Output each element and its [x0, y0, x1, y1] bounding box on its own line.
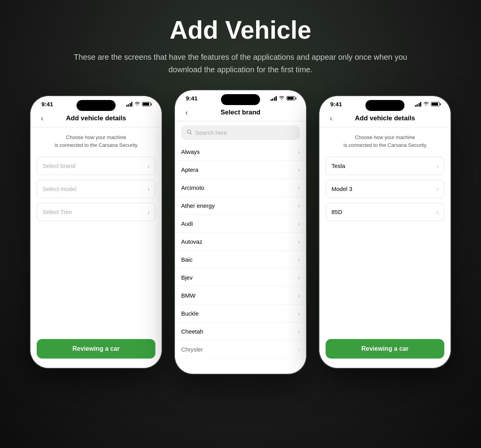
wifi-icon-1	[134, 101, 140, 107]
battery-icon-1	[142, 102, 151, 106]
chevron-bmw: ›	[298, 293, 300, 299]
vehicle-description-1: Choose how your machine is connected to …	[30, 127, 162, 157]
chevron-always: ›	[298, 149, 300, 155]
review-button-3[interactable]: Reviewing a car	[326, 339, 444, 359]
status-bar-3: 9:41	[319, 96, 451, 110]
screen-2: Search here Always › Aptera › Arcimoto ›	[175, 121, 306, 374]
brand-item-arcimoto[interactable]: Arcimoto ›	[175, 179, 306, 197]
brand-item-cheetah[interactable]: Cheetah ›	[175, 323, 306, 341]
wifi-icon-3	[423, 101, 429, 107]
phone-3: 9:41	[319, 95, 451, 369]
back-button-2[interactable]: ‹	[181, 107, 192, 118]
chevron-model-1: ›	[148, 186, 150, 192]
select-brand-text-1: Select brand	[43, 162, 75, 169]
brand-item-always[interactable]: Always ›	[175, 143, 306, 161]
chevron-buckle: ›	[298, 311, 300, 317]
select-trim-row-3[interactable]: 85D ›	[326, 203, 444, 221]
chevron-chrysler: ›	[298, 346, 300, 353]
time-3: 9:41	[330, 101, 342, 107]
brand-list: Always › Aptera › Arcimoto › Ather energ…	[175, 143, 306, 374]
signal-icon-3	[415, 102, 422, 107]
search-bar[interactable]: Search here	[181, 125, 300, 140]
select-model-row-3[interactable]: Model 3 ›	[326, 180, 444, 198]
nav-title-2: Select brand	[192, 109, 289, 116]
chevron-brand-3: ›	[436, 163, 438, 169]
chevron-trim-1: ›	[148, 209, 150, 215]
chevron-arcimoto: ›	[298, 185, 300, 191]
nav-title-1: Add vehicle details	[48, 114, 144, 122]
battery-icon-2	[287, 96, 295, 100]
brand-item-buckle[interactable]: Buckle ›	[175, 305, 306, 323]
vehicle-description-3: Choose how your machine is connected to …	[319, 127, 451, 157]
chevron-cheetah: ›	[298, 328, 300, 335]
select-brand-row-3[interactable]: Tesla ›	[326, 157, 444, 175]
time-2: 9:41	[186, 95, 198, 102]
dynamic-island-3	[365, 100, 404, 111]
dynamic-island-1	[77, 100, 116, 111]
chevron-trim-3: ›	[436, 209, 438, 215]
brand-item-bjev[interactable]: Bjev ›	[175, 269, 306, 287]
status-bar-1: 9:41	[30, 96, 162, 110]
screen-3: Choose how your machine is connected to …	[319, 127, 451, 368]
status-icons-1	[126, 101, 151, 107]
chevron-model-3: ›	[436, 186, 438, 192]
battery-icon-3	[431, 102, 440, 106]
brand-item-autovaz[interactable]: Autovaz ›	[175, 233, 306, 251]
phone-2: 9:41	[174, 89, 307, 375]
select-trim-text-1: Select Trim	[43, 209, 72, 215]
wifi-icon-2	[279, 95, 285, 101]
select-model-text-1: Select model	[43, 186, 77, 192]
screen-1: Choose how your machine is connected to …	[30, 127, 162, 368]
brand-item-aptera[interactable]: Aptera ›	[175, 161, 306, 179]
chevron-baic: ›	[298, 257, 300, 263]
chevron-autovaz: ›	[298, 239, 300, 245]
status-icons-2	[271, 95, 296, 101]
signal-icon-2	[271, 96, 277, 101]
select-model-text-3: Model 3	[331, 186, 352, 192]
select-trim-text-3: 85D	[331, 209, 342, 215]
nav-title-3: Add vehicle details	[337, 114, 433, 122]
search-placeholder: Search here	[195, 129, 227, 136]
search-icon	[187, 129, 192, 136]
brand-item-bmw[interactable]: BMW ›	[175, 287, 306, 305]
chevron-bjev: ›	[298, 275, 300, 281]
status-bar-2: 9:41	[175, 90, 306, 104]
chevron-brand-1: ›	[148, 163, 150, 169]
chevron-ather: ›	[298, 203, 300, 209]
brand-item-baic[interactable]: Baic ›	[175, 251, 306, 269]
time-1: 9:41	[41, 101, 53, 107]
status-icons-3	[415, 101, 440, 107]
review-button-1[interactable]: Reviewing a car	[37, 339, 155, 359]
page-subtitle: These are the screens that have the feat…	[73, 51, 408, 76]
page-title: Add Vehicle	[170, 16, 312, 45]
phones-container: 9:41	[30, 95, 451, 375]
back-button-3[interactable]: ‹	[326, 113, 337, 124]
brand-item-chrysler[interactable]: Chrysler ›	[175, 341, 306, 359]
dynamic-island-2	[221, 94, 260, 105]
nav-bar-1: ‹ Add vehicle details	[30, 110, 162, 127]
select-brand-text-3: Tesla	[331, 162, 345, 169]
back-button-1[interactable]: ‹	[37, 113, 48, 124]
nav-bar-3: ‹ Add vehicle details	[319, 110, 451, 127]
phone-1: 9:41	[30, 95, 162, 369]
brand-item-ather[interactable]: Ather energy ›	[175, 197, 306, 215]
select-brand-row-1[interactable]: Select brand ›	[37, 157, 155, 175]
chevron-aptera: ›	[298, 167, 300, 173]
select-model-row-1[interactable]: Select model ›	[37, 180, 155, 198]
signal-icon-1	[126, 102, 133, 107]
brand-item-audi[interactable]: Audi ›	[175, 215, 306, 233]
select-trim-row-1[interactable]: Select Trim ›	[37, 203, 155, 221]
nav-bar-2: ‹ Select brand	[175, 104, 306, 121]
chevron-audi: ›	[298, 221, 300, 227]
